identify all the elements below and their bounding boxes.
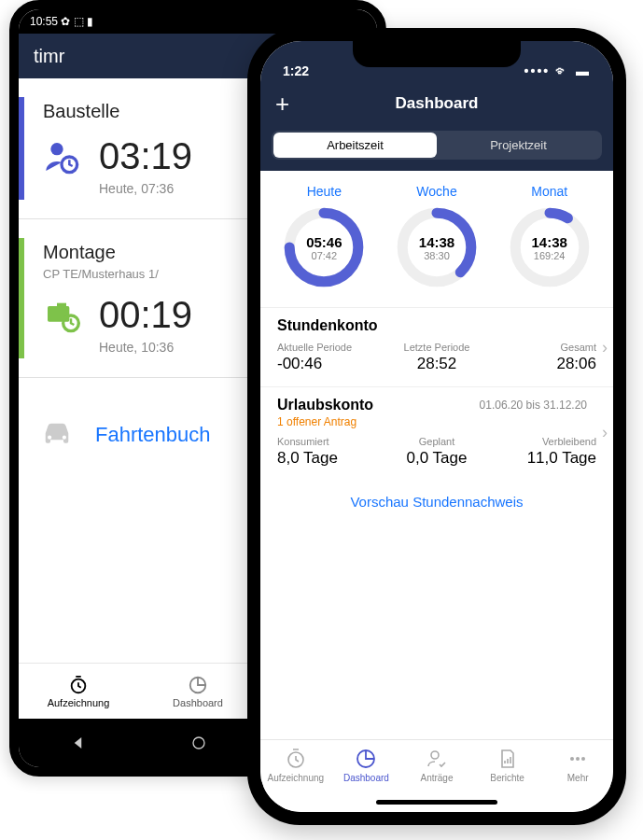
stopwatch-icon: [68, 675, 89, 695]
svg-point-9: [193, 737, 204, 749]
card-elapsed-time: 00:19: [99, 294, 192, 336]
segment-projektzeit[interactable]: Projektzeit: [437, 133, 600, 158]
iphone-status-time: 1:22: [283, 63, 309, 78]
col-value: 28:06: [490, 355, 596, 373]
segment-control: Arbeitszeit Projektzeit: [272, 131, 602, 160]
ring-value: 14:38: [531, 234, 566, 250]
iphone-bottom-nav: Aufzeichnung Dashboard Anträge Berichte …: [260, 739, 613, 812]
home-circle-icon[interactable]: [191, 735, 206, 750]
nav-label: Anträge: [401, 773, 472, 783]
more-dots-icon: [566, 748, 589, 770]
ring-monat[interactable]: Monat 14:38 169:24: [493, 184, 606, 290]
chevron-right-icon: ›: [602, 338, 608, 357]
section-title: Stundenkonto: [277, 317, 596, 334]
nav-label: Dashboard: [138, 697, 258, 708]
col-label: Aktuelle Periode: [277, 342, 384, 353]
briefcase-clock-icon: [43, 297, 80, 334]
svg-point-5: [63, 436, 66, 440]
iphone-frame: 1:22 •••• ᯤ ▬ + Dashboard Arbeitszeit Pr…: [247, 28, 626, 825]
app-title: timr: [34, 46, 64, 67]
ring-label: Woche: [381, 184, 494, 199]
svg-point-0: [50, 143, 63, 155]
segment-arbeitszeit[interactable]: Arbeitszeit: [273, 133, 437, 158]
pie-chart-icon: [355, 748, 377, 770]
section-stundenkonto[interactable]: Stundenkonto › Aktuelle Periode-00:46 Le…: [260, 307, 613, 386]
back-triangle-icon[interactable]: [71, 735, 88, 751]
ring-row: Heute 05:46 07:42 Woche: [260, 171, 613, 307]
chevron-right-icon: ›: [602, 423, 608, 442]
nav-label: Aufzeichnung: [260, 773, 331, 783]
ring-label: Heute: [268, 184, 381, 199]
col-label: Gesamt: [490, 342, 596, 353]
section-urlaubskonto[interactable]: Urlaubskonto 1 offener Antrag 01.06.20 b…: [260, 386, 613, 481]
svg-point-21: [576, 757, 580, 761]
fahrtenbuch-label: Fahrtenbuch: [95, 423, 211, 447]
nav-dashboard[interactable]: Dashboard: [331, 748, 402, 783]
col-label: Letzte Periode: [384, 342, 490, 353]
svg-point-20: [570, 757, 574, 761]
card-accent-bar: [19, 238, 24, 358]
card-accent-bar: [19, 97, 24, 200]
preview-link[interactable]: Vorschau Stundennachweis: [260, 481, 613, 517]
ring-woche[interactable]: Woche 14:38 38:30: [381, 184, 494, 290]
android-status-icons: ✿ ⬚ ▮: [61, 15, 93, 28]
iphone-header-bar: + Dashboard: [260, 82, 613, 125]
nav-aufzeichnung[interactable]: Aufzeichnung: [19, 675, 138, 708]
car-icon: [37, 415, 77, 455]
ring-heute[interactable]: Heute 05:46 07:42: [268, 184, 381, 290]
col-value: 11,0 Tage: [490, 449, 596, 468]
home-indicator[interactable]: [376, 800, 497, 805]
card-elapsed-time: 03:19: [99, 135, 192, 177]
nav-antraege[interactable]: Anträge: [401, 748, 472, 783]
person-clock-icon: [43, 138, 80, 175]
stopwatch-icon: [285, 748, 307, 770]
ring-target: 38:30: [424, 250, 450, 261]
nav-label: Dashboard: [331, 773, 402, 783]
ring-target: 07:42: [312, 250, 338, 261]
col-value: 28:52: [384, 355, 490, 373]
pending-request-note: 1 offener Antrag: [277, 415, 596, 428]
iphone-status-icons: •••• ᯤ ▬: [524, 63, 591, 78]
header-title: Dashboard: [396, 94, 479, 113]
svg-rect-2: [48, 306, 69, 322]
ring-target: 169:24: [534, 250, 566, 261]
segment-control-wrap: Arbeitszeit Projektzeit: [260, 125, 613, 171]
date-range: 01.06.20 bis 31.12.20: [480, 399, 587, 412]
nav-label: Aufzeichnung: [19, 697, 138, 708]
col-label: Verbleibend: [490, 436, 596, 447]
col-label: Konsumiert: [277, 436, 384, 447]
iphone-notch: [353, 41, 521, 67]
nav-dashboard[interactable]: Dashboard: [138, 675, 258, 708]
col-label: Geplant: [384, 436, 490, 447]
nav-mehr[interactable]: Mehr: [542, 748, 613, 783]
col-value: 0,0 Tage: [384, 449, 490, 468]
nav-berichte[interactable]: Berichte: [472, 748, 543, 783]
ring-value: 05:46: [306, 234, 342, 250]
svg-point-19: [431, 751, 439, 759]
document-chart-icon: [496, 748, 519, 770]
add-button[interactable]: +: [275, 90, 289, 119]
svg-point-4: [48, 436, 51, 440]
col-value: -00:46: [277, 355, 384, 373]
ring-value: 14:38: [419, 234, 454, 250]
col-value: 8,0 Tage: [277, 449, 384, 468]
nav-aufzeichnung[interactable]: Aufzeichnung: [260, 748, 331, 783]
ring-label: Monat: [493, 184, 606, 199]
person-check-icon: [426, 748, 448, 770]
svg-point-22: [581, 757, 585, 761]
nav-label: Berichte: [472, 773, 543, 783]
pie-chart-icon: [188, 675, 208, 695]
android-status-time: 10:55: [30, 15, 58, 28]
nav-label: Mehr: [542, 773, 613, 783]
